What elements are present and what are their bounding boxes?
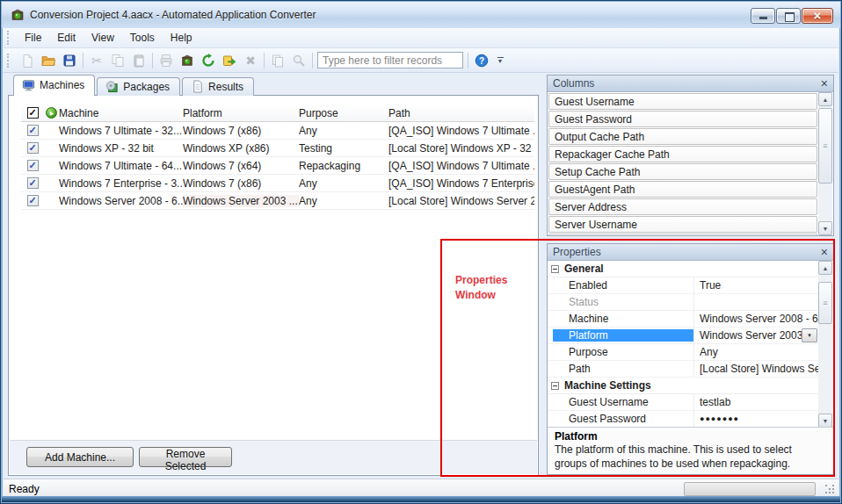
column-chooser-item[interactable]: GuestAgent Path	[548, 181, 817, 198]
column-header-platform[interactable]: Platform	[183, 107, 299, 119]
property-row-machine[interactable]: Machine Windows Server 2008 - 64	[548, 311, 818, 328]
property-row-guest-password[interactable]: Guest Password ●●●●●●●	[548, 411, 818, 428]
refresh-button[interactable]	[199, 51, 219, 70]
paste-button[interactable]	[129, 51, 149, 70]
toolbar-grip[interactable]	[7, 54, 11, 68]
menu-view[interactable]: View	[83, 29, 122, 47]
add-machine-button[interactable]: Add Machine...	[26, 447, 134, 467]
table-row[interactable]: ✓ Windows 7 Enterprise - 3... Windows 7 …	[21, 175, 534, 192]
column-chooser-item[interactable]: Guest Username	[548, 93, 817, 110]
row-checkbox[interactable]: ✓	[27, 177, 39, 189]
menu-grip[interactable]	[7, 31, 11, 45]
tab-machines[interactable]: Machines	[13, 75, 95, 96]
toolbar-overflow-button[interactable]: ▼	[494, 52, 506, 69]
property-row-guest-username[interactable]: Guest Username testlab	[548, 394, 818, 411]
machine-grid-header[interactable]: ✓ ▶ Machine Platform Purpose Path	[21, 104, 534, 122]
row-checkbox[interactable]: ✓	[27, 160, 39, 171]
property-value[interactable]: Windows Server 2003 R ▼	[693, 328, 818, 343]
new-project-button[interactable]	[18, 51, 38, 70]
collapse-icon[interactable]	[551, 265, 559, 273]
close-icon[interactable]: ×	[821, 246, 828, 258]
row-checkbox[interactable]: ✓	[27, 125, 39, 136]
row-checkbox[interactable]: ✓	[27, 195, 39, 206]
remove-selected-button[interactable]: Remove Selected	[139, 447, 232, 467]
properties-scrollbar[interactable]: ▲ ≡ ▼	[818, 261, 832, 428]
help-icon: ?	[475, 54, 489, 68]
property-row-path[interactable]: Path [Local Store] Windows Ser	[548, 361, 818, 378]
property-group-general[interactable]: General	[548, 261, 818, 277]
machines-tab-page: ✓ ▶ Machine Platform Purpose Path ✓ Wind…	[8, 95, 539, 476]
printer-icon	[159, 54, 173, 68]
columns-scrollbar[interactable]: ▲ ≡ ▼	[818, 92, 832, 235]
menu-edit[interactable]: Edit	[49, 29, 83, 47]
scroll-down-icon[interactable]: ▼	[818, 221, 832, 235]
column-chooser-item[interactable]: Output Cache Path	[548, 128, 817, 145]
column-chooser-item[interactable]: Server Address	[548, 198, 817, 215]
close-icon[interactable]: ×	[821, 77, 828, 90]
table-row-selected[interactable]: ✓ Windows Server 2008 - 6... Windows Ser…	[21, 192, 534, 210]
save-project-button[interactable]	[60, 51, 80, 70]
property-value[interactable]: [Local Store] Windows Ser	[693, 361, 818, 377]
scrollbar-thumb[interactable]: ≡	[818, 108, 832, 184]
filter-input[interactable]	[317, 52, 463, 68]
scrollbar-thumb[interactable]: ≡	[818, 282, 832, 324]
preview-button[interactable]	[289, 51, 309, 70]
property-row-platform[interactable]: Platform Windows Server 2003 R ▼	[548, 328, 818, 344]
cell-machine: Windows Server 2008 - 6...	[59, 195, 183, 207]
workspace: Machines Packages Results ✓ ▶ Machine Pl…	[4, 73, 838, 477]
tab-packages[interactable]: Packages	[97, 77, 180, 96]
print-button[interactable]	[156, 51, 177, 70]
table-row[interactable]: ✓ Windows 7 Ultimate - 32... Windows 7 (…	[21, 122, 534, 140]
scroll-up-icon[interactable]: ▲	[818, 261, 832, 275]
dropdown-button[interactable]: ▼	[802, 328, 817, 342]
minimize-button[interactable]	[751, 8, 775, 24]
maximize-button[interactable]	[776, 8, 801, 24]
copy-button[interactable]	[108, 51, 128, 70]
property-group-machine-settings[interactable]: Machine Settings	[548, 378, 818, 394]
column-chooser-item[interactable]: Guest Password	[548, 111, 817, 127]
column-chooser-item[interactable]: Server Password	[548, 234, 817, 235]
column-chooser-item[interactable]: Repackager Cache Path	[548, 146, 817, 162]
property-label-selected: Platform	[548, 329, 693, 342]
column-header-machine[interactable]: Machine	[59, 107, 183, 119]
tab-results[interactable]: Results	[182, 77, 254, 96]
property-value-password[interactable]: ●●●●●●●	[693, 411, 818, 427]
property-value[interactable]: Any	[693, 344, 818, 360]
title-bar[interactable]: Conversion Project 4.aacx - Automated Ap…	[2, 2, 840, 28]
table-row[interactable]: ✓ Windows 7 Ultimate - 64... Windows 7 (…	[21, 157, 534, 175]
column-chooser-item[interactable]: Server Username	[548, 216, 817, 233]
table-row[interactable]: ✓ Windows XP - 32 bit Windows XP (x86) T…	[21, 140, 534, 157]
property-value[interactable]: Windows Server 2008 - 64	[693, 311, 818, 327]
property-value[interactable]: testlab	[693, 394, 818, 410]
package-button[interactable]	[178, 51, 198, 70]
scroll-down-icon[interactable]: ▼	[818, 414, 832, 428]
properties-panel-header[interactable]: Properties ×	[548, 244, 833, 261]
open-folder-icon	[41, 54, 55, 68]
open-project-button[interactable]	[39, 51, 59, 70]
application-window: Conversion Project 4.aacx - Automated Ap…	[0, 0, 842, 504]
menu-file[interactable]: File	[17, 29, 49, 47]
scroll-up-icon[interactable]: ▲	[818, 92, 832, 106]
column-chooser-item[interactable]: Setup Cache Path	[548, 163, 817, 180]
help-button[interactable]: ?	[472, 51, 492, 70]
property-value[interactable]: True	[693, 277, 818, 293]
collapse-icon[interactable]	[551, 382, 559, 390]
menu-tools[interactable]: Tools	[122, 29, 163, 47]
stop-button[interactable]: ✖	[241, 51, 261, 70]
row-checkbox[interactable]: ✓	[27, 142, 39, 154]
menu-help[interactable]: Help	[163, 29, 200, 47]
property-row-purpose[interactable]: Purpose Any	[548, 344, 818, 361]
column-header-path[interactable]: Path	[388, 107, 534, 119]
property-row-enabled[interactable]: Enabled True	[548, 277, 818, 294]
platform-value-text: Windows Server 2003 R	[700, 329, 813, 342]
report-button[interactable]	[268, 51, 288, 70]
close-button[interactable]	[802, 8, 833, 24]
resize-grip[interactable]	[825, 485, 835, 494]
run-conversion-button[interactable]	[220, 51, 240, 70]
column-header-purpose[interactable]: Purpose	[299, 107, 388, 119]
select-all-checkbox[interactable]: ✓	[27, 107, 39, 119]
cut-button[interactable]: ✂	[87, 51, 107, 70]
tab-packages-label: Packages	[123, 81, 170, 93]
magnifier-icon	[292, 54, 306, 68]
columns-panel-header[interactable]: Columns ×	[548, 76, 833, 92]
